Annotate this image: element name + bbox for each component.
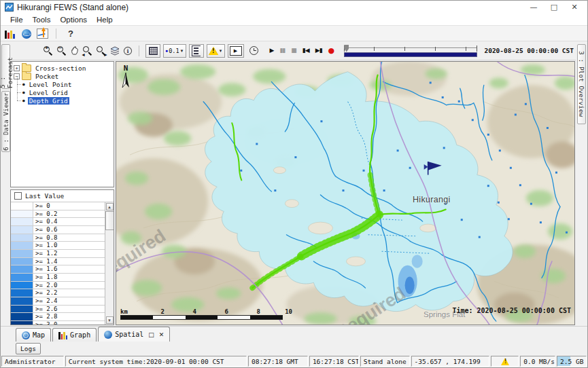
menu-item[interactable]: File — [5, 16, 28, 24]
contour-value-button[interactable]: ● 0.1 ▼ — [163, 44, 186, 58]
tree-item-label[interactable]: Cross-section — [34, 65, 87, 72]
tab-close-icon[interactable]: ✕ — [159, 331, 165, 338]
info-icon[interactable]: i — [123, 46, 133, 56]
legend-swatch — [11, 265, 33, 273]
zoom-in-icon[interactable]: + — [43, 45, 54, 56]
legend-swatch — [11, 218, 33, 225]
tree-item-label[interactable]: Level Point — [28, 81, 73, 88]
layers-icon[interactable] — [109, 46, 120, 56]
step-forward-button[interactable]: ▶▮ — [315, 48, 322, 54]
last-value-label: Last Value — [25, 192, 64, 200]
menu-item[interactable]: Tools — [28, 16, 56, 24]
legend-label: >= 0.2 — [33, 210, 105, 218]
animation-button[interactable]: ▶ — [228, 44, 244, 58]
map-globe-icon — [22, 331, 30, 339]
last-value-checkbox[interactable] — [14, 192, 22, 200]
dot-icon: ● — [165, 48, 168, 53]
menu-item[interactable]: Options — [55, 16, 92, 24]
legend-swatch — [11, 210, 33, 218]
folder-icon — [22, 73, 31, 80]
grid-icon — [149, 47, 158, 55]
minimize-button[interactable]: — — [523, 3, 544, 12]
time-slider[interactable] — [344, 45, 477, 57]
status-warning[interactable]: ! — [491, 356, 519, 367]
tab-forecast[interactable]: 5 : Forecast — [1, 44, 10, 89]
pan-hand-icon[interactable] — [70, 45, 80, 56]
pause-button[interactable]: ▮▮ — [279, 48, 285, 54]
legend-scrollbar[interactable]: ▲ ▼ — [105, 202, 114, 325]
legend-swatch — [11, 289, 33, 297]
right-tab-strip: 3 : Plot Overview — [576, 41, 587, 326]
tree-item[interactable]: − ● Pocket — [11, 72, 114, 80]
legend-label: >= 0.4 — [33, 218, 105, 225]
tab-plot-overview[interactable]: 3 : Plot Overview — [577, 44, 586, 124]
time-slider-range — [344, 52, 477, 57]
legend-entry: >= 0.4 — [11, 218, 105, 226]
status-system-time: Current system time:2020-09-01 00:00 CST — [65, 356, 247, 367]
scroll-down-icon[interactable]: ▼ — [106, 316, 114, 324]
tab-data-viewer[interactable]: 6 : Data Viewer — [1, 91, 10, 152]
legend-label: >= 3.0 — [33, 321, 105, 325]
stop-button[interactable]: ■ — [291, 48, 296, 54]
record-button[interactable]: ● — [328, 47, 335, 54]
legend-list: >= 0 >= 0.2 — [11, 202, 105, 325]
tree-item[interactable]: ● Depth Grid — [11, 96, 114, 105]
contour-value: 0.1 — [169, 48, 179, 54]
zoom-next-icon[interactable]: ► — [96, 45, 107, 56]
status-data-rate: 0.0 MB/s — [520, 356, 555, 367]
menu-bar: File Tools Options Help — [1, 14, 587, 26]
bullet-icon: ● — [22, 98, 25, 103]
legend-label: >= 2.2 — [33, 289, 105, 297]
tree-item-label[interactable]: Depth Grid — [28, 97, 69, 105]
help-button[interactable]: ? — [64, 29, 77, 39]
legend-label: >= 2.6 — [33, 306, 105, 313]
legend-label: >= 1.2 — [33, 250, 105, 257]
tab-restore-icon[interactable]: □ — [148, 331, 154, 338]
logs-button[interactable]: Logs — [16, 343, 41, 354]
chart-export-icon[interactable] — [37, 29, 48, 39]
play-button[interactable]: ▶ — [270, 48, 274, 54]
legend-entry: >= 0.2 — [11, 210, 105, 219]
legend-entry: >= 0.6 — [11, 226, 105, 234]
layer-tree: + ● Cross-section − ● Pock — [10, 61, 114, 187]
zoom-previous-icon[interactable]: ◄ — [82, 45, 93, 56]
legend-swatch — [11, 242, 33, 249]
tab-map[interactable]: Map — [16, 328, 51, 342]
legend-button[interactable] — [189, 44, 204, 58]
legend-entry: >= 1.4 — [11, 258, 105, 266]
tree-item[interactable]: ● Level Grid — [11, 88, 114, 96]
legend-label: >= 2.0 — [33, 282, 105, 289]
warning-triangle-icon: ! — [209, 47, 218, 55]
status-local-time: 16:27:18 CST — [309, 356, 359, 367]
toolbar-separator — [56, 29, 56, 39]
database-logs-icon[interactable] — [4, 28, 16, 39]
legend-label: >= 1.8 — [33, 274, 105, 281]
grid-layer-button[interactable] — [145, 44, 160, 58]
time-settings-button[interactable] — [247, 44, 262, 58]
spatial-globe-icon — [104, 331, 112, 339]
tab-graph[interactable]: Graph — [52, 328, 97, 342]
tree-item-label[interactable]: Level Grid — [28, 89, 69, 96]
menu-item[interactable]: Help — [92, 16, 118, 24]
legend-swatch — [11, 202, 33, 210]
legend-entry: >= 2.6 — [11, 306, 105, 314]
tree-item[interactable]: ● Level Point — [11, 80, 114, 88]
bottom-zone: Map Graph Spatial □ ✕ Logs — [1, 326, 587, 355]
legend-entry: >= 0.8 — [11, 234, 105, 242]
tree-toggle-icon[interactable]: + — [14, 65, 20, 71]
warnings-button[interactable]: ! ▼ — [207, 44, 225, 58]
step-back-button[interactable]: ▮◀ — [302, 48, 309, 54]
close-button[interactable]: ✕ — [564, 3, 585, 12]
legend-swatch — [11, 226, 33, 234]
zoom-out-icon[interactable]: − — [56, 45, 67, 56]
maximize-button[interactable]: □ — [544, 3, 564, 12]
tab-graph-label: Graph — [70, 331, 90, 339]
scroll-up-icon[interactable]: ▲ — [106, 203, 114, 210]
tab-spatial[interactable]: Spatial □ ✕ — [98, 327, 170, 342]
tree-item-label[interactable]: Pocket — [34, 73, 60, 80]
map-view[interactable]: N API Key Required API Key Required Hiku… — [116, 61, 575, 325]
globe-map-icon[interactable] — [20, 28, 32, 39]
status-mode: Stand alone — [360, 356, 410, 367]
legend-icon — [192, 45, 201, 56]
scrollbar-thumb[interactable] — [105, 211, 114, 230]
